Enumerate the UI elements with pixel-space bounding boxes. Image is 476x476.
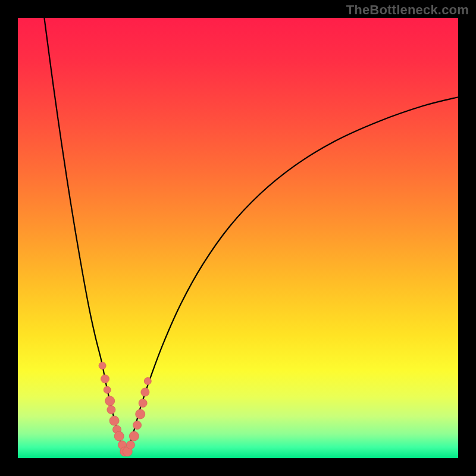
data-marker bbox=[129, 431, 139, 441]
data-marker bbox=[107, 406, 115, 414]
data-marker bbox=[136, 409, 145, 419]
data-marker bbox=[133, 421, 142, 430]
curve-right-branch bbox=[126, 97, 458, 453]
data-marker bbox=[105, 396, 115, 406]
data-marker bbox=[141, 388, 149, 396]
chart-frame: TheBottleneck.com bbox=[0, 0, 476, 476]
data-marker bbox=[114, 431, 124, 441]
data-marker bbox=[99, 362, 106, 369]
watermark-text: TheBottleneck.com bbox=[346, 2, 469, 18]
data-marker bbox=[139, 399, 147, 408]
data-marker bbox=[126, 441, 134, 449]
data-marker bbox=[109, 416, 119, 425]
plot-area bbox=[18, 18, 458, 458]
curve-left-branch bbox=[44, 18, 124, 454]
data-marker bbox=[104, 386, 111, 393]
curve-layer bbox=[18, 18, 458, 458]
data-marker bbox=[101, 375, 109, 383]
data-marker bbox=[144, 378, 151, 385]
data-markers bbox=[99, 362, 151, 456]
